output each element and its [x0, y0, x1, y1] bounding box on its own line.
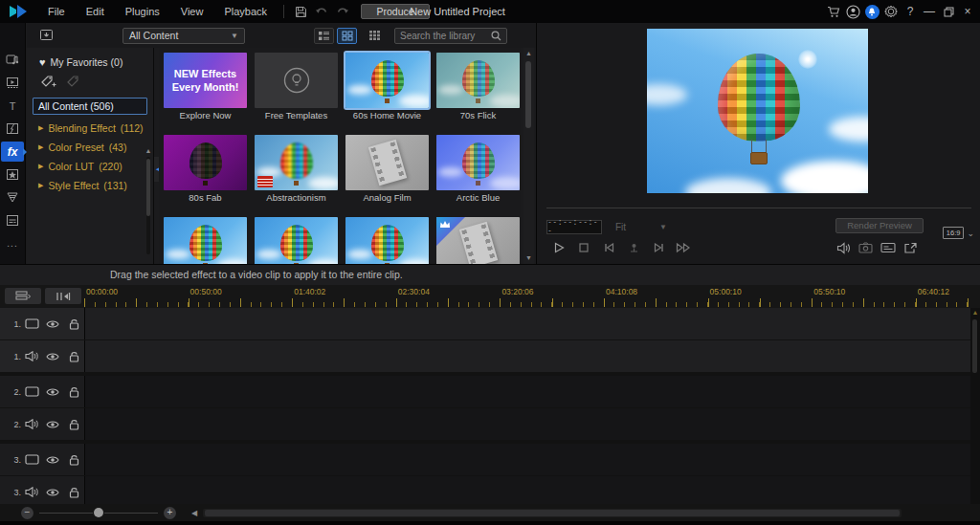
search-input[interactable] [400, 31, 491, 41]
settings-gear-icon[interactable] [882, 1, 900, 22]
effect-thumbnail[interactable] [345, 53, 429, 108]
pip-objects-room-icon[interactable] [1, 164, 24, 185]
track-header[interactable]: 1. [0, 308, 84, 339]
menu-file[interactable]: File [37, 0, 76, 23]
restore-icon[interactable] [940, 1, 957, 22]
category-item[interactable]: ▶Color LUT(220) [27, 157, 153, 176]
lock-toggle-icon[interactable] [69, 318, 79, 330]
eye-toggle-icon[interactable] [46, 352, 59, 361]
expand-arrow-icon[interactable]: ▶ [38, 182, 43, 189]
lock-toggle-icon[interactable] [69, 487, 79, 498]
track-header[interactable]: 2. [0, 408, 84, 440]
effect-card[interactable]: Arctic Blue [436, 135, 520, 208]
track-header[interactable]: 2. [0, 376, 84, 407]
eye-toggle-icon[interactable] [46, 387, 59, 397]
effect-thumbnail[interactable] [164, 135, 247, 190]
undock-preview-icon[interactable] [903, 242, 918, 254]
title-room-icon[interactable]: T [1, 96, 24, 116]
track-header[interactable]: 3. [0, 444, 84, 475]
effect-thumbnail[interactable] [255, 135, 338, 190]
category-item[interactable]: ▶Blending Effect(112) [27, 119, 153, 138]
scroll-up-icon[interactable]: ▲ [523, 48, 534, 59]
zoom-fit-dropdown[interactable]: Fit ▼ [612, 220, 671, 234]
menu-view[interactable]: View [170, 0, 214, 23]
effect-room-icon[interactable]: fx [1, 142, 24, 162]
cart-icon[interactable] [825, 1, 842, 22]
effect-thumbnail[interactable] [345, 135, 429, 190]
scrollbar-thumb[interactable] [146, 159, 150, 216]
notifications-icon[interactable] [863, 1, 880, 22]
zoom-slider-track[interactable] [39, 513, 93, 514]
effect-card[interactable]: 70s Flick [436, 53, 520, 125]
zoom-out-button[interactable]: − [21, 507, 33, 519]
timeline-vertical-scrollbar[interactable]: ▲ [970, 308, 980, 504]
effect-thumbnail[interactable] [164, 217, 247, 264]
more-rooms-button[interactable]: ... [1, 233, 24, 253]
effect-thumbnail[interactable]: NEW EffectsEvery Month! [164, 53, 247, 108]
scrollbar-thumb[interactable] [525, 61, 531, 128]
effect-thumbnail[interactable] [436, 53, 520, 108]
menu-edit[interactable]: Edit [76, 0, 115, 23]
list-view-button[interactable] [314, 28, 334, 44]
lock-toggle-icon[interactable] [69, 454, 79, 466]
aspect-ratio-selector[interactable]: 16:9 ⌄ [943, 227, 974, 239]
render-preview-button[interactable]: Render Preview [835, 218, 924, 233]
particle-room-icon[interactable] [1, 187, 24, 208]
undo-icon[interactable] [311, 1, 332, 22]
effect-card[interactable] [255, 217, 338, 264]
add-tag-icon[interactable] [40, 75, 56, 89]
track-lane[interactable] [84, 308, 970, 339]
track-lane[interactable] [84, 340, 970, 372]
expand-arrow-icon[interactable]: ▶ [38, 163, 43, 170]
track-lane[interactable] [84, 376, 970, 407]
effect-thumbnail[interactable] [436, 217, 520, 264]
effect-thumbnail[interactable] [436, 135, 520, 190]
effect-card[interactable]: NEW EffectsEvery Month!Explore Now [164, 53, 247, 125]
lock-toggle-icon[interactable] [69, 419, 79, 430]
record-marker-button[interactable] [621, 239, 646, 256]
thumbnail-size-icon[interactable] [365, 28, 385, 44]
timeline-ruler[interactable]: 00:00:0000:50:0001:40:0202:30:0403:20:06… [84, 285, 970, 308]
favorites-item[interactable]: ♥ My Favorites (0) [27, 48, 153, 68]
previous-frame-button[interactable] [596, 239, 621, 256]
next-frame-button[interactable] [646, 239, 671, 256]
effect-thumbnail[interactable] [345, 217, 429, 264]
subtitle-room-icon[interactable] [1, 210, 24, 230]
redo-icon[interactable] [332, 1, 353, 22]
track-header[interactable]: 1. [0, 340, 84, 372]
effect-card[interactable] [436, 217, 520, 264]
timeline-horizontal-scrollbar[interactable] [203, 509, 902, 517]
zoom-in-button[interactable]: + [164, 507, 176, 519]
eye-toggle-icon[interactable] [46, 488, 59, 497]
eye-toggle-icon[interactable] [46, 420, 59, 429]
lock-toggle-icon[interactable] [69, 386, 79, 398]
volume-icon[interactable] [836, 242, 851, 254]
effect-card[interactable] [164, 217, 247, 264]
menu-playback[interactable]: Playback [213, 0, 278, 23]
timecode-field[interactable]: --:--:--:-- [546, 220, 602, 234]
effect-card[interactable]: Analog Film [345, 135, 429, 208]
snapshot-camera-icon[interactable] [858, 242, 873, 253]
eye-toggle-icon[interactable] [46, 455, 59, 465]
collection-dropdown[interactable]: All Content ▼ [122, 28, 245, 44]
preview-quality-icon[interactable] [880, 242, 896, 253]
track-lane[interactable] [84, 444, 970, 475]
filter-all-content[interactable]: All Content (506) [33, 98, 147, 115]
expand-arrow-icon[interactable]: ▶ [38, 143, 43, 151]
scroll-down-icon[interactable]: ▼ [523, 252, 534, 264]
stop-button[interactable] [571, 239, 596, 256]
scrollbar-thumb[interactable] [972, 319, 977, 373]
close-icon[interactable]: × [959, 1, 976, 22]
effect-card[interactable] [345, 217, 429, 264]
eye-toggle-icon[interactable] [46, 319, 59, 329]
account-icon[interactable] [844, 1, 861, 22]
track-lane[interactable] [84, 408, 970, 440]
scroll-left-icon[interactable]: ◀ [191, 509, 197, 517]
play-button[interactable] [546, 239, 571, 256]
category-item[interactable]: ▶Color Preset(43) [27, 138, 153, 157]
zoom-slider-track[interactable] [104, 513, 158, 514]
effect-card[interactable]: Free Templates [255, 53, 338, 125]
scroll-up-icon[interactable]: ▲ [970, 308, 980, 317]
minimize-icon[interactable]: — [921, 1, 938, 22]
expand-arrow-icon[interactable]: ▶ [38, 124, 43, 132]
